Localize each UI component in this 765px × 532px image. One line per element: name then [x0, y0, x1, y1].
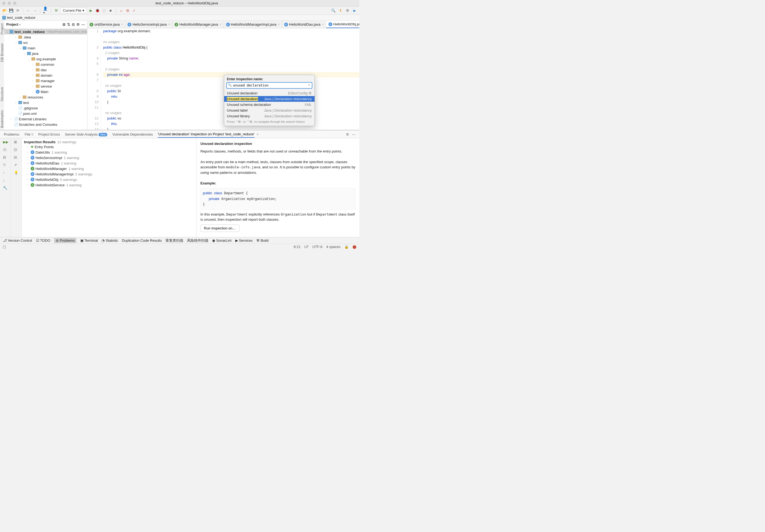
rerun-icon[interactable]: ▶▶	[3, 140, 8, 145]
tab-project-errors[interactable]: Project Errors	[38, 131, 60, 137]
tab-risk-scan[interactable]: 风险组件扫描	[187, 238, 208, 243]
inspection-result-item[interactable]: ›CHelloServiceImpl1 warning	[24, 155, 194, 160]
search-result-row[interactable]: Unused declarationEditorConfig ⚙	[224, 90, 315, 96]
hide-icon[interactable]: —	[81, 22, 85, 26]
tab-todo[interactable]: ☑ TODO	[36, 238, 51, 243]
hammer-icon[interactable]: ⚒	[54, 8, 59, 13]
copy-red-icon[interactable]: ⧉	[125, 8, 130, 13]
tab-vuln[interactable]: Vulnerable Dependencies	[112, 131, 153, 137]
search-result-row[interactable]: Unused declarationJava | Declaration red…	[224, 96, 315, 102]
tab-terminal[interactable]: ▣ Terminal	[80, 238, 98, 243]
db-browser-tool-button[interactable]: DB Browser	[0, 42, 4, 64]
left-tool-stripe[interactable]: Project DB Browser Structure Bookmarks	[0, 21, 4, 130]
tab-inspection[interactable]: 'Unused declaration' Inspection on Proje…	[158, 131, 255, 138]
search-result-row[interactable]: Unused libraryJava | Declaration redunda…	[224, 113, 315, 119]
problems-gear-icon[interactable]: ⚙	[346, 132, 349, 136]
editor-tab[interactable]: CHelloServiceImpl.java×	[125, 21, 172, 28]
inspection-result-item[interactable]: ›CDateUtils1 warning	[24, 149, 194, 155]
select-opened-icon[interactable]: ⊞	[63, 22, 66, 26]
bookmarks-tool-button[interactable]: Bookmarks	[0, 109, 4, 130]
tree-item[interactable]: ⌄main	[4, 45, 87, 51]
group-icon[interactable]: ⊟	[3, 155, 8, 160]
updates-icon[interactable]: ⬆	[338, 8, 343, 13]
inspection-result-item[interactable]: ›IHelloWorldService1 warning	[24, 182, 194, 188]
gear-icon[interactable]: ⚙	[345, 8, 350, 13]
error-indicator[interactable]: ⬤	[353, 245, 357, 249]
inspection-result-item[interactable]: ›IHelloWorldManager1 warning	[24, 166, 194, 171]
save-icon[interactable]: 💾	[9, 8, 14, 13]
expand-icon[interactable]: ⊡	[14, 147, 19, 152]
check-red-icon[interactable]: ✓	[132, 8, 137, 13]
inspection-search-input[interactable]	[226, 82, 312, 89]
inspection-result-item[interactable]: ›CHelloWorldManagerImpl2 warnings	[24, 171, 194, 177]
tab-problems[interactable]: ⊘ Problems	[54, 238, 76, 243]
user-icon[interactable]: 👤▾	[43, 8, 48, 13]
refresh-icon[interactable]: ⟳	[15, 8, 20, 13]
tree-item[interactable]: ›common	[4, 62, 87, 67]
stop-icon[interactable]: 🗀	[3, 147, 8, 152]
up-icon[interactable]: ↑	[3, 170, 8, 175]
editor-tab[interactable]: CHelloWorldManagerImpl.java×	[224, 21, 282, 28]
breadcrumb[interactable]: test_code_reduce	[0, 15, 359, 21]
gear-icon[interactable]: ⚙	[76, 22, 80, 26]
tree-item[interactable]: ›dao	[4, 67, 87, 73]
tree-item[interactable]: ›resources	[4, 95, 87, 100]
wrench-icon[interactable]: 🔧	[3, 186, 8, 191]
tab-duplication[interactable]: Duplication Code Results	[122, 238, 162, 243]
readonly-icon[interactable]: 🔒	[344, 245, 349, 249]
tree-item[interactable]: 📄Scratches and Consoles	[4, 122, 87, 127]
problems-hide-icon[interactable]: —	[352, 132, 356, 136]
tree-item[interactable]: 📄pom.xml	[4, 111, 87, 116]
debug-icon[interactable]: 🐞	[95, 8, 100, 13]
editor-tab[interactable]: IorldService.java×	[87, 21, 125, 28]
inspection-results-tree[interactable]: Inspection Results12 warnings ›✚Entry Po…	[22, 138, 197, 237]
search-result-row[interactable]: Unused labelJava | Declaration redundanc…	[224, 108, 315, 113]
tree-item[interactable]: ⌄src	[4, 40, 87, 45]
tab-statistic[interactable]: ◔ Statistic	[102, 238, 118, 243]
editor-tab[interactable]: IHelloWorldManager.java×	[172, 21, 224, 28]
down-icon[interactable]: ↓	[3, 178, 8, 183]
search-result-row[interactable]: Unused schema declarationXML	[224, 102, 315, 108]
forward-icon[interactable]: →	[33, 8, 37, 13]
tree-item[interactable]: ›📄External Libraries	[4, 116, 87, 122]
tree-item[interactable]: ›test	[4, 100, 87, 105]
coverage-icon[interactable]: ⬚	[102, 8, 107, 13]
project-tool-button[interactable]: Project	[0, 22, 4, 36]
search-red-icon[interactable]: ⌕	[119, 8, 124, 13]
tree-item[interactable]: ›.idea	[4, 34, 87, 40]
window-controls[interactable]	[2, 2, 16, 5]
structure-tool-button[interactable]: Structure	[0, 85, 4, 103]
gutter[interactable]: 134567891011121314	[87, 28, 101, 130]
line-sep[interactable]: LF	[305, 245, 309, 249]
tree-item[interactable]: ⌄org.example	[4, 56, 87, 62]
inspection-result-item[interactable]: ›CHelloWorldObj5 warnings	[24, 177, 194, 182]
tree-root[interactable]: ⌄ test_code_reduce ~/IdeaProjects/test_c…	[4, 29, 87, 34]
tree-item[interactable]: ›domain	[4, 73, 87, 78]
tree-item[interactable]: ⌄java	[4, 51, 87, 56]
tab-close-icon[interactable]: ×	[257, 132, 259, 136]
run-anything-icon[interactable]: ▶	[352, 8, 357, 13]
inspection-result-item[interactable]: ›CHelloWorldDao1 warning	[24, 160, 194, 166]
collapse-icon[interactable]: ⊟	[14, 155, 19, 160]
export-icon[interactable]: ↗	[14, 163, 19, 168]
tab-sonarlint[interactable]: ◉ SonarLint	[212, 238, 231, 243]
search-icon[interactable]: 🔍	[331, 8, 336, 13]
bulb-icon[interactable]: 💡	[14, 170, 19, 175]
tree-item[interactable]: 📄.gitignore	[4, 105, 87, 111]
open-icon[interactable]: 📂	[2, 8, 7, 13]
tab-version-control[interactable]: ⎇ Version Control	[3, 238, 32, 243]
filter-icon[interactable]: ▽	[3, 163, 8, 168]
collapse-icon[interactable]: ⊟	[72, 22, 75, 26]
tab-build[interactable]: ⚒ Build	[256, 238, 269, 243]
status-icon[interactable]: ▢	[3, 245, 6, 249]
cursor-position[interactable]: 6:21	[294, 245, 301, 249]
tree-item[interactable]: ›service	[4, 84, 87, 89]
tab-file[interactable]: File 5	[25, 131, 34, 137]
editor-tab[interactable]: CHelloWorldObj.java×	[326, 21, 359, 28]
group-by-icon[interactable]: ⊞	[14, 140, 19, 145]
tab-services[interactable]: ▶ Services	[235, 238, 253, 243]
expand-all-icon[interactable]: ⇅	[67, 22, 70, 26]
editor-tab[interactable]: CHelloWorldDao.java×	[282, 21, 326, 28]
indent[interactable]: 4 spaces	[326, 245, 341, 249]
run-icon[interactable]: ▶	[88, 8, 93, 13]
